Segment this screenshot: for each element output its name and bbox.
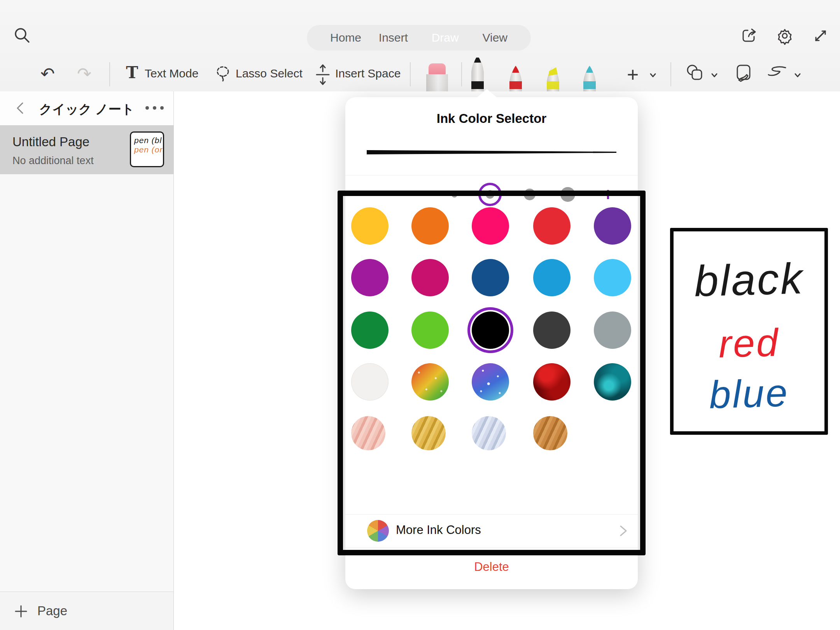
- thumbnail-ink-line: pen (bl: [134, 136, 163, 145]
- ink-to-text-icon[interactable]: [733, 62, 755, 86]
- undo-icon[interactable]: ↶: [40, 64, 55, 84]
- lasso-select-icon: [213, 64, 233, 86]
- ink-annotation-box-colors: [338, 191, 646, 555]
- eraser-tool[interactable]: [425, 63, 450, 91]
- teal-pen[interactable]: [577, 64, 602, 91]
- pen-rail: [412, 58, 630, 91]
- page-list-item-selected[interactable]: Untitled Page No additional text pen (bl…: [0, 125, 173, 174]
- red-pen[interactable]: [503, 64, 528, 91]
- handwritten-word-red: red: [673, 319, 825, 368]
- chevron-down-icon[interactable]: [648, 70, 658, 82]
- insert-space-button[interactable]: Insert Space: [335, 67, 401, 80]
- chevron-down-icon[interactable]: [709, 70, 719, 82]
- sidebar: クイック ノート Untitled Page No additional tex…: [0, 91, 174, 630]
- add-page-button[interactable]: [13, 604, 29, 621]
- eraser-body: [426, 74, 448, 91]
- search-icon[interactable]: [12, 26, 31, 46]
- popup-divider: [345, 175, 638, 175]
- toolbar-divider: [410, 62, 411, 86]
- add-pen-button[interactable]: +: [627, 63, 639, 86]
- delete-pen-button[interactable]: Delete: [345, 560, 638, 574]
- thumbnail-ink-line: pen (ora: [134, 145, 163, 154]
- handwritten-word-black: black: [673, 253, 825, 307]
- black-pen[interactable]: [465, 58, 490, 91]
- text-mode-icon: T: [126, 63, 138, 82]
- tab-home[interactable]: Home: [323, 25, 368, 51]
- popup-caret: [477, 89, 497, 98]
- tab-view[interactable]: View: [476, 25, 514, 51]
- page-title: Untitled Page: [12, 135, 89, 149]
- toolbar-divider: [670, 62, 671, 86]
- page-thumbnail: pen (bl pen (ora: [130, 131, 164, 167]
- handwritten-word-blue: blue: [673, 369, 825, 418]
- toolbar-divider: [109, 62, 110, 86]
- share-icon[interactable]: [740, 26, 759, 45]
- popup-title: Ink Color Selector: [345, 111, 638, 126]
- insert-space-icon: [313, 62, 332, 89]
- toolbar-divider: [461, 62, 462, 86]
- resize-diagonal-icon[interactable]: [811, 26, 830, 45]
- text-mode-button[interactable]: Text Mode: [145, 67, 198, 80]
- shapes-icon[interactable]: [684, 62, 706, 86]
- add-page-label[interactable]: Page: [37, 604, 67, 618]
- ink-replay-squiggle-icon[interactable]: [765, 65, 789, 86]
- more-options-icon[interactable]: [145, 106, 164, 110]
- lasso-select-button[interactable]: Lasso Select: [236, 67, 303, 80]
- onenote-window: Home Insert Draw View ↶ ↷ T Text Mode La…: [0, 0, 840, 630]
- yellow-highlighter[interactable]: [541, 64, 565, 91]
- ink-annotation-box-canvas: blackredblue: [670, 228, 828, 435]
- sidebar-header: クイック ノート: [0, 91, 173, 125]
- tab-insert[interactable]: Insert: [372, 25, 415, 51]
- tab-draw[interactable]: Draw: [418, 25, 472, 51]
- stroke-width-preview: [367, 145, 616, 160]
- chevron-down-icon[interactable]: [793, 70, 803, 82]
- sidebar-footer: Page: [0, 592, 173, 630]
- redo-icon[interactable]: ↷: [77, 64, 91, 84]
- page-subtitle: No additional text: [12, 155, 94, 167]
- ribbon-tab-bar: Home Insert Draw View: [307, 25, 531, 51]
- settings-gear-icon[interactable]: [775, 26, 794, 45]
